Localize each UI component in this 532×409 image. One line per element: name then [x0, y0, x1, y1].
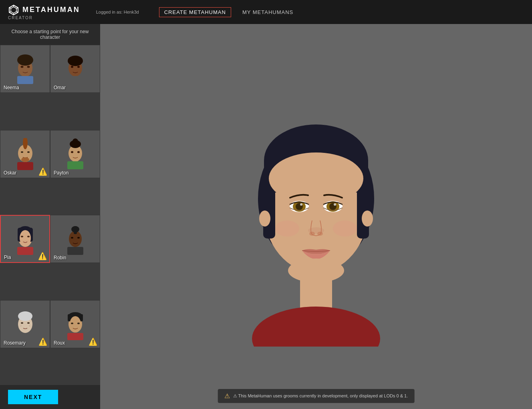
svg-rect-47	[17, 333, 33, 340]
svg-point-78	[362, 211, 373, 227]
logo-title: METAHUMAN	[8, 4, 80, 16]
header: METAHUMAN CREATOR Logged in as: Henk3d C…	[0, 0, 532, 24]
preview-warning: ⚠ ⚠ This MetaHuman uses grooms currently…	[218, 389, 415, 403]
pia-warning: ⚠️	[38, 252, 47, 261]
svg-point-28	[77, 151, 80, 153]
char-cell-neema[interactable]: Neema	[0, 45, 50, 93]
svg-point-20	[21, 151, 23, 153]
svg-point-53	[77, 323, 80, 324]
payton-name: Payton	[54, 170, 69, 176]
svg-point-46	[27, 322, 30, 324]
roux-face-svg	[63, 308, 87, 340]
roux-warning: ⚠️	[89, 337, 97, 346]
svg-marker-1	[11, 7, 16, 13]
nav-tab-create[interactable]: CREATE METAHUMAN	[159, 7, 231, 17]
svg-point-74	[309, 232, 315, 236]
rosemary-warning: ⚠️	[38, 337, 47, 346]
svg-point-76	[288, 259, 344, 283]
svg-point-51	[70, 316, 81, 332]
logged-in-text: Logged in as: Henk3d	[96, 10, 139, 14]
choose-text: Choose a starting point for your new cha…	[0, 24, 100, 45]
omar-name: Omar	[54, 85, 66, 90]
svg-point-45	[21, 322, 23, 324]
svg-rect-29	[67, 161, 83, 169]
svg-point-15	[71, 66, 73, 68]
svg-point-35	[27, 236, 30, 237]
character-grid: Neema Omar	[0, 45, 100, 385]
svg-point-34	[21, 236, 23, 237]
bottom-bar: NEXT	[0, 385, 100, 409]
svg-rect-23	[17, 162, 33, 170]
rosemary-face-svg	[13, 308, 37, 340]
svg-point-41	[77, 237, 80, 239]
char-cell-robin[interactable]: Robin	[50, 215, 100, 263]
oskar-face-svg	[13, 138, 37, 170]
char-cell-omar[interactable]: Omar	[50, 45, 100, 93]
svg-point-22	[21, 157, 29, 162]
svg-point-21	[27, 151, 30, 153]
svg-point-72	[334, 203, 336, 206]
preview-warning-text: ⚠ This MetaHuman uses grooms currently i…	[233, 393, 408, 399]
svg-point-75	[317, 232, 323, 236]
svg-point-52	[71, 323, 73, 324]
main-content: Choose a starting point for your new cha…	[0, 24, 532, 409]
pia-name: Pia	[4, 255, 11, 260]
svg-rect-17	[67, 76, 83, 84]
left-panel: Choose a starting point for your new cha…	[0, 24, 100, 409]
omar-face-svg	[63, 53, 87, 85]
svg-point-16	[77, 66, 80, 68]
next-button[interactable]: NEXT	[8, 390, 58, 404]
svg-rect-36	[17, 247, 33, 255]
payton-face-svg	[63, 138, 87, 170]
char-cell-payton[interactable]: Payton	[50, 130, 100, 178]
svg-point-44	[18, 311, 32, 321]
robin-name: Robin	[54, 255, 66, 261]
svg-point-14	[68, 56, 83, 66]
oskar-warning: ⚠️	[38, 167, 47, 176]
svg-point-9	[17, 54, 33, 66]
neema-name: Neema	[4, 85, 19, 90]
rosemary-name: Rosemary	[4, 340, 26, 346]
metahuman-logo-icon	[8, 4, 19, 16]
preview-face-svg	[216, 86, 416, 347]
svg-point-27	[71, 151, 73, 153]
right-preview-panel: ⚠ ⚠ This MetaHuman uses grooms currently…	[100, 24, 532, 409]
robin-face-svg	[63, 223, 87, 255]
nav-tab-my[interactable]: MY METAHUMANS	[239, 7, 296, 17]
logo-area: METAHUMAN CREATOR	[8, 4, 80, 20]
logo-subtitle: CREATOR	[8, 16, 33, 20]
char-cell-oskar[interactable]: Oskar ⚠️	[0, 130, 50, 178]
svg-point-77	[259, 211, 270, 227]
pia-face-svg	[13, 223, 37, 255]
roux-name: Roux	[54, 340, 65, 346]
svg-point-10	[20, 66, 23, 68]
svg-rect-39	[74, 226, 77, 234]
char-cell-roux[interactable]: Roux ⚠️	[50, 300, 100, 348]
svg-rect-12	[17, 76, 33, 84]
svg-point-33	[20, 230, 31, 246]
neema-face-svg	[13, 53, 37, 85]
svg-point-40	[71, 237, 73, 239]
svg-point-68	[300, 203, 302, 206]
oskar-name: Oskar	[4, 170, 16, 176]
char-cell-pia[interactable]: Pia ⚠️	[0, 215, 50, 263]
svg-point-79	[275, 221, 299, 237]
svg-rect-42	[67, 247, 83, 255]
svg-rect-54	[67, 333, 83, 340]
char-cell-rosemary[interactable]: Rosemary ⚠️	[0, 300, 50, 348]
svg-point-11	[27, 66, 30, 68]
svg-point-64	[269, 152, 363, 204]
svg-point-26	[73, 138, 78, 144]
preview-warning-icon: ⚠	[224, 392, 230, 400]
svg-point-80	[333, 221, 357, 237]
nav-tabs: CREATE METAHUMAN MY METAHUMANS	[159, 7, 297, 17]
